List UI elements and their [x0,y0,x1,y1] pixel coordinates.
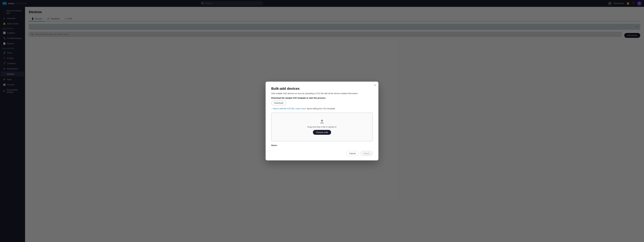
chevron-right-icon: › [271,108,272,110]
modal-overlay: × Bulk-add devices Add multiple XoD devi… [0,0,644,242]
bulk-add-modal: × Bulk-add devices Add multiple XoD devi… [266,82,378,160]
csv-link[interactable]: How to edit the CSV file. Learn more [273,107,306,110]
csv-link-row: › How to edit the CSV file. Learn more a… [271,107,373,110]
download-button[interactable]: Download [271,101,286,105]
upload-icon [320,119,324,124]
dropzone[interactable]: Drag and drop a file to upload or Choose… [271,113,373,141]
import-button[interactable]: Import [360,151,373,156]
modal-download-label: Download the sample CSV template to star… [271,97,373,99]
choose-file-button[interactable]: Choose a file [313,130,331,135]
modal-footer: Cancel Import [271,151,373,156]
modal-description: Add multiple XoD devices at once by uplo… [271,92,373,95]
cancel-button[interactable]: Cancel [346,151,359,156]
modal-close-button[interactable]: × [374,84,376,87]
csv-link-suffix: about editing the CSV template [307,107,335,110]
name-label: Name: [271,144,278,146]
dropzone-text: Drag and drop a file to upload or [308,126,336,128]
modal-title: Bulk-add devices [271,87,373,91]
name-row: Name: [271,144,373,146]
